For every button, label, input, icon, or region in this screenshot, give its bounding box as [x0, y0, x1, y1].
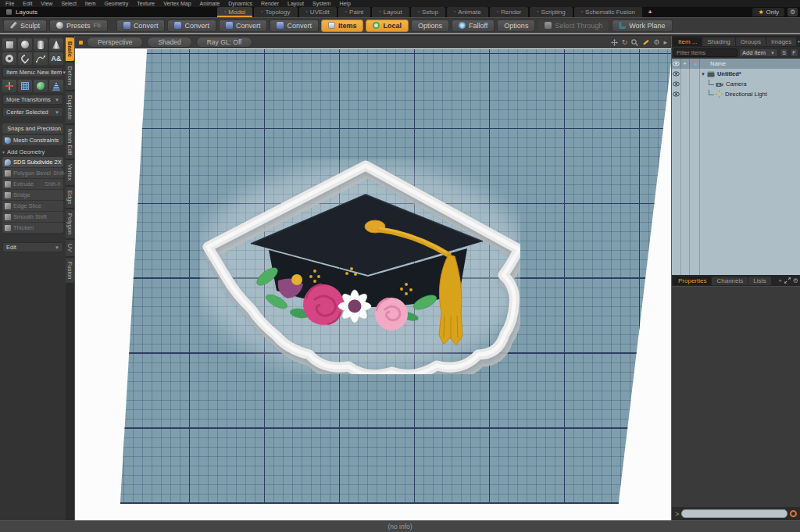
menu-vertex-map[interactable]: Vertex Map [163, 1, 191, 6]
panel-gear-icon[interactable]: ⚙ [793, 277, 798, 284]
tab-duplicate[interactable]: Duplicate [66, 91, 74, 123]
eye-icon[interactable] [672, 71, 680, 77]
viewport-flyout-icon[interactable]: ▸ [663, 38, 667, 46]
grid-mesh-button[interactable] [18, 80, 32, 92]
helix-tool-button[interactable] [18, 52, 32, 65]
item-row-camera[interactable]: Camera [672, 79, 800, 89]
menu-select[interactable]: Select [61, 1, 76, 6]
center-selected-dropdown[interactable]: Center Selected▼ [2, 107, 63, 117]
convert-button-1[interactable]: Convert [116, 20, 166, 32]
tab-basic[interactable]: Basic [66, 37, 74, 61]
cube-primitive-button[interactable] [2, 38, 16, 51]
add-panel-tab-button[interactable]: + [778, 277, 782, 284]
item-row-untitled[interactable]: ▼ Untitled* [672, 69, 800, 79]
item-row-directional-light[interactable]: Directional Light [672, 89, 800, 99]
tool-bridge[interactable]: Bridge [2, 190, 63, 200]
transform-gizmo-button[interactable] [2, 80, 16, 92]
layout-tab-animate[interactable]: *Animate [447, 7, 488, 17]
presets-button[interactable]: PresetsF6 [49, 20, 108, 32]
tab-uv[interactable]: UV [66, 240, 74, 255]
falloff-button[interactable]: Falloff [452, 20, 495, 32]
mesh-cone-button[interactable] [49, 80, 63, 92]
expand-panel-icon[interactable] [784, 277, 791, 284]
solo-button[interactable]: S [780, 48, 788, 57]
eye-icon[interactable] [672, 91, 680, 97]
convert-button-3[interactable]: Convert [219, 20, 268, 32]
menu-system[interactable]: System [312, 1, 330, 6]
tool-extrude[interactable]: ExtrudeShift-X [2, 179, 63, 189]
menu-dynamics[interactable]: Dynamics [228, 1, 252, 6]
filter-button[interactable]: F [790, 48, 798, 57]
rotate-view-icon[interactable]: ↻ [622, 38, 628, 46]
cookie-cutter-model[interactable] [200, 159, 520, 374]
snaps-precision-button[interactable]: Snaps and Precision [2, 123, 63, 134]
viewport-3d[interactable]: Perspective Shaded Ray GL: Off ↻ ⚙ ▸ [74, 36, 672, 520]
more-transforms-dropdown[interactable]: More Transforms▼ [2, 95, 63, 105]
eye-icon[interactable] [672, 81, 680, 87]
convert-button-2[interactable]: Convert [167, 20, 216, 32]
draw-style-pencil-icon[interactable] [642, 39, 649, 46]
tab-item-list[interactable]: Item ... [673, 37, 702, 46]
gear-icon[interactable]: ⚙ [788, 8, 798, 16]
edit-dropdown[interactable]: Edit▼ [2, 242, 63, 252]
mesh-paint-button[interactable] [34, 80, 48, 92]
tool-thicken[interactable]: Thicken [2, 223, 63, 233]
pan-icon[interactable] [611, 39, 618, 46]
tab-deform[interactable]: Deform [66, 62, 74, 90]
menu-render[interactable]: Render [261, 1, 279, 6]
tab-fusion[interactable]: Fusion [66, 258, 74, 284]
tab-lists[interactable]: Lists [748, 277, 770, 285]
options-button-2[interactable]: Options [497, 20, 535, 32]
add-layout-tab-button[interactable]: + [644, 7, 657, 17]
menu-edit[interactable]: Edit [23, 1, 32, 6]
only-toggle-button[interactable]: ★Only [752, 8, 784, 16]
command-input[interactable] [681, 509, 788, 518]
command-history-icon[interactable] [790, 510, 797, 517]
menu-geometry[interactable]: Geometry [104, 1, 128, 6]
select-through-button[interactable]: Select Through [538, 20, 609, 32]
tool-edge-slice[interactable]: Edge Slice [2, 201, 63, 211]
add-geometry-section-header[interactable]: ▾Add Geometry [2, 148, 63, 155]
tab-mesh-edit[interactable]: Mesh Edit [66, 125, 74, 159]
options-button-1[interactable]: Options [411, 20, 449, 32]
menu-texture[interactable]: Texture [137, 1, 155, 6]
shading-mode-button[interactable]: Shaded [147, 37, 191, 48]
menu-item[interactable]: Item [85, 1, 96, 6]
tool-polygon-bevel[interactable]: Polygon BevelShift-B [2, 168, 63, 178]
filter-items-input[interactable]: Filter Items [673, 48, 738, 57]
menu-file[interactable]: File [5, 1, 14, 6]
item-list[interactable]: + Name ▼ Untitled* [672, 59, 800, 275]
tab-edge[interactable]: Edge [66, 187, 74, 209]
layout-tab-topology[interactable]: *Topology [254, 7, 297, 17]
curve-tool-button[interactable] [34, 52, 48, 65]
convert-button-4[interactable]: Convert [270, 20, 319, 32]
layout-tab-uvedit[interactable]: *UVEdit [299, 7, 337, 17]
tab-groups[interactable]: Groups [736, 37, 766, 46]
item-menu-dropdown[interactable]: Item Menu: New Item▼ [2, 67, 63, 77]
torus-primitive-button[interactable] [2, 52, 16, 65]
layout-tab-model[interactable]: *Model [217, 7, 252, 17]
tab-vertex[interactable]: Vertex [66, 160, 74, 184]
projection-mode-button[interactable]: Perspective [87, 37, 143, 48]
sculpt-button[interactable]: Sculpt [3, 20, 47, 32]
name-column-header[interactable]: Name [699, 60, 726, 67]
text-tool-button[interactable]: A& [49, 52, 63, 65]
tab-polygon[interactable]: Polygon [66, 209, 74, 238]
local-mode-button[interactable]: Local [366, 20, 409, 32]
layout-tab-layout[interactable]: *Layout [372, 7, 409, 17]
sphere-primitive-button[interactable] [18, 38, 32, 51]
layout-tab-render[interactable]: *Render [490, 7, 529, 17]
cone-primitive-button[interactable] [49, 38, 63, 51]
menu-view[interactable]: View [41, 1, 52, 6]
tab-channels[interactable]: Channels [712, 277, 748, 285]
layouts-label[interactable]: Layouts [16, 9, 38, 16]
expand-triangle-icon[interactable]: ▼ [701, 72, 705, 77]
raygl-toggle-button[interactable]: Ray GL: Off [196, 37, 253, 48]
add-panel-tab-button[interactable]: + [797, 38, 800, 45]
viewport-menu-marker[interactable] [79, 41, 83, 45]
menu-layout[interactable]: Layout [288, 1, 304, 6]
tab-images[interactable]: Images [766, 37, 796, 46]
tool-smooth-shift[interactable]: Smooth Shift [2, 212, 63, 222]
menu-help[interactable]: Help [339, 1, 350, 6]
work-plane-button[interactable]: Work Plane [612, 20, 672, 32]
